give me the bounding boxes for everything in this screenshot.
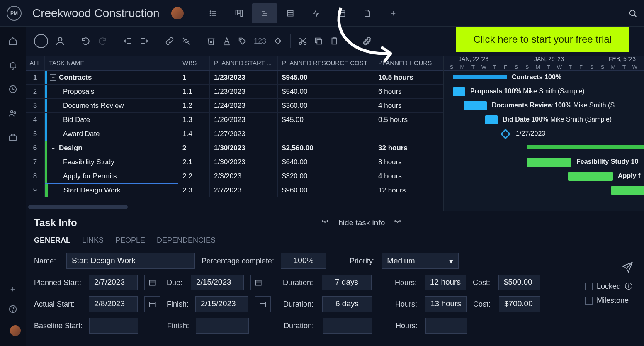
tag-icon[interactable] <box>238 37 247 46</box>
notifications-icon[interactable] <box>8 61 17 70</box>
gantt-chart[interactable]: JAN, 22 '23JAN, 29 '23FEB, 5 '23SMTWTFSS… <box>444 56 644 211</box>
calendar-icon[interactable] <box>255 296 271 312</box>
gantt-bar[interactable] <box>485 115 498 124</box>
col-header-start[interactable]: PLANNED START ... <box>210 56 278 70</box>
cell-task-name[interactable]: −Contracts <box>45 71 178 84</box>
gantt-bar[interactable] <box>453 87 465 96</box>
cell-start[interactable]: 1/23/2023 <box>210 71 278 84</box>
text-format-icon[interactable] <box>222 37 231 46</box>
redo-icon[interactable] <box>97 36 107 46</box>
table-row[interactable]: 9Start Design Work2.32/7/2023$960.0012 h… <box>26 183 443 197</box>
assign-person-icon[interactable] <box>55 36 66 46</box>
cell-hours[interactable]: 32 hours <box>374 141 442 155</box>
cell-start[interactable]: 1/30/2023 <box>210 155 278 169</box>
cell-hours[interactable]: 4 hours <box>374 99 442 112</box>
table-row[interactable]: 2Proposals1.11/23/2023$540.006 hours <box>26 85 443 99</box>
table-row[interactable]: 3Documents Review1.21/24/2023$360.004 ho… <box>26 99 443 113</box>
table-row[interactable]: 8Apply for Permits2.22/3/2023$320.004 ho… <box>26 169 443 183</box>
cell-wbs[interactable]: 1.3 <box>178 113 210 127</box>
table-row[interactable]: 1−Contracts11/23/2023$945.0010.5 hours <box>26 71 443 85</box>
cell-task-name[interactable]: Start Design Work <box>45 183 178 197</box>
delete-icon[interactable] <box>207 37 216 46</box>
locked-checkbox[interactable]: Locked ⓘ <box>585 281 632 291</box>
view-gantt-icon[interactable] <box>252 3 277 23</box>
add-task-button[interactable] <box>34 34 48 48</box>
table-row[interactable]: 7Feasibility Study2.11/30/2023$640.008 h… <box>26 155 443 169</box>
paste-icon[interactable] <box>330 37 339 46</box>
cell-task-name[interactable]: Bid Date <box>45 113 178 127</box>
undo-icon[interactable] <box>81 36 91 46</box>
cell-task-name[interactable]: Apply for Permits <box>45 169 178 183</box>
attachment-icon[interactable] <box>362 36 372 46</box>
indent-icon[interactable] <box>139 36 149 46</box>
app-logo[interactable]: PM <box>7 6 22 21</box>
expand-panel-icon[interactable]: ︾ <box>394 217 402 228</box>
input-baseline-start[interactable] <box>89 318 138 334</box>
tab-general[interactable]: GENERAL <box>34 236 70 245</box>
cell-hours[interactable]: 0.5 hours <box>374 113 442 127</box>
cell-start[interactable]: 1/27/2023 <box>210 127 278 141</box>
cell-wbs[interactable]: 1 <box>178 71 210 84</box>
cell-cost[interactable]: $945.00 <box>278 71 374 84</box>
collapse-icon[interactable]: − <box>50 74 56 81</box>
cell-cost[interactable]: $45.00 <box>278 113 374 127</box>
view-board-icon[interactable] <box>226 3 252 23</box>
outdent-icon[interactable] <box>123 36 133 46</box>
tab-links[interactable]: LINKS <box>82 236 104 245</box>
input-hours[interactable] <box>425 318 467 334</box>
gantt-bar[interactable] <box>527 158 571 167</box>
input-pct[interactable]: 100% <box>281 253 326 269</box>
gantt-bar[interactable] <box>568 172 613 181</box>
cell-wbs[interactable]: 1.1 <box>178 85 210 98</box>
link-icon[interactable] <box>165 36 175 46</box>
milestone-diamond-icon[interactable] <box>273 36 283 46</box>
view-activity-icon[interactable] <box>303 3 329 23</box>
cell-hours[interactable]: 6 hours <box>374 85 442 98</box>
view-calendar-icon[interactable] <box>329 3 355 23</box>
info-icon[interactable]: ⓘ <box>625 281 632 291</box>
cta-banner[interactable]: Click here to start your free trial <box>456 27 629 52</box>
input-duration[interactable]: 6 days <box>322 296 372 312</box>
view-sheet-icon[interactable] <box>277 3 303 23</box>
cell-task-name[interactable]: Documents Review <box>45 99 178 112</box>
cell-task-name[interactable]: Award Date <box>45 127 178 141</box>
input-actual-start[interactable]: 2/8/2023 <box>89 296 138 312</box>
input-cost[interactable]: $700.00 <box>499 296 540 312</box>
add-view-icon[interactable] <box>380 3 406 23</box>
search-icon[interactable] <box>628 9 637 18</box>
collapse-icon[interactable]: − <box>50 145 56 151</box>
input-hours[interactable]: 13 hours <box>425 296 467 312</box>
view-list-icon[interactable] <box>200 3 226 23</box>
select-priority[interactable]: Medium▾ <box>382 253 459 269</box>
milestone-checkbox[interactable]: Milestone <box>585 296 632 305</box>
gantt-bar[interactable] <box>453 75 507 79</box>
input-due[interactable]: 2/15/2023 <box>191 275 244 290</box>
cell-start[interactable]: 1/24/2023 <box>210 99 278 112</box>
collapse-panel-icon[interactable]: ︾ <box>321 217 329 228</box>
add-icon[interactable] <box>9 285 17 293</box>
cell-start[interactable]: 1/26/2023 <box>210 113 278 127</box>
tab-people[interactable]: PEOPLE <box>115 236 145 245</box>
gantt-bar[interactable] <box>611 186 644 195</box>
input-duration[interactable]: 7 days <box>322 275 372 290</box>
gantt-bar[interactable] <box>527 145 644 149</box>
cell-wbs[interactable]: 2.2 <box>178 169 210 183</box>
input-name[interactable]: Start Design Work <box>66 253 195 269</box>
cell-task-name[interactable]: −Design <box>45 141 178 155</box>
cell-hours[interactable] <box>374 127 442 141</box>
table-row[interactable]: 6−Design21/30/2023$2,560.0032 hours <box>26 141 443 155</box>
calendar-icon[interactable] <box>144 296 160 312</box>
cell-cost[interactable] <box>278 127 374 141</box>
cell-hours[interactable]: 4 hours <box>374 169 442 183</box>
tab-dependencies[interactable]: DEPENDENCIES <box>157 236 216 245</box>
input-finish[interactable] <box>196 318 249 334</box>
cell-hours[interactable]: 8 hours <box>374 155 442 169</box>
cell-hours[interactable]: 10.5 hours <box>374 71 442 84</box>
send-icon[interactable] <box>622 261 633 273</box>
clock-icon[interactable] <box>8 85 17 94</box>
hide-task-info-link[interactable]: hide task info <box>338 218 385 227</box>
cell-wbs[interactable]: 1.4 <box>178 127 210 141</box>
input-finish[interactable]: 2/15/2023 <box>195 296 248 312</box>
unlink-icon[interactable] <box>181 36 191 46</box>
calendar-icon[interactable] <box>144 275 160 290</box>
